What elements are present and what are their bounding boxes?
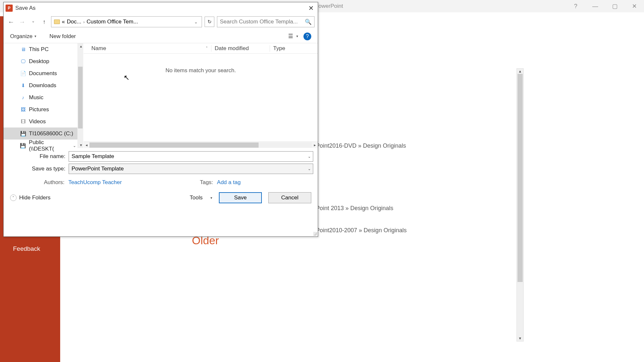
- dialog-titlebar[interactable]: P Save As ✕: [4, 2, 318, 14]
- resize-grip[interactable]: [313, 232, 317, 236]
- tags-value[interactable]: Add a tag: [217, 179, 241, 186]
- chevron-up-icon: ˄: [10, 194, 17, 201]
- tree-scroll-up-icon[interactable]: ▴: [80, 44, 82, 48]
- new-folder-button[interactable]: New folder: [49, 33, 76, 40]
- minimize-icon[interactable]: —: [585, 0, 605, 12]
- tree-documents[interactable]: 📄Documents: [4, 67, 83, 79]
- tree-desktop[interactable]: 🖵Desktop: [4, 55, 83, 67]
- hscroll-left-icon[interactable]: ◂: [84, 143, 89, 147]
- authors-value[interactable]: TeachUcomp Teacher: [68, 179, 122, 186]
- close-dialog-button[interactable]: ✕: [304, 3, 318, 13]
- tree-scroll-down-icon[interactable]: ▾: [80, 143, 82, 147]
- sidebar-item-feedback[interactable]: Feedback: [0, 241, 60, 257]
- tree-scroll-thumb[interactable]: [78, 67, 83, 128]
- folder-tree: ▴ ▾ 🖥This PC 🖵Desktop 📄Documents ⬇Downlo…: [4, 43, 84, 148]
- file-browser: ▴ ▾ 🖥This PC 🖵Desktop 📄Documents ⬇Downlo…: [4, 43, 318, 148]
- save-button[interactable]: Save: [219, 192, 262, 203]
- tree-videos[interactable]: 🎞Videos: [4, 115, 83, 127]
- breadcrumb-doc[interactable]: Doc...: [67, 19, 81, 25]
- maximize-icon[interactable]: ▢: [605, 0, 624, 12]
- file-list-area: Name˄ Date modified Type No items match …: [84, 43, 318, 148]
- hide-folders-button[interactable]: ˄ Hide Folders: [10, 194, 50, 201]
- recent-locations-dropdown[interactable]: ▾: [29, 18, 37, 26]
- documents-icon: 📄: [20, 71, 26, 76]
- music-icon: ♪: [20, 95, 26, 100]
- pc-icon: 🖥: [20, 47, 26, 52]
- column-date-modified[interactable]: Date modified: [211, 45, 270, 52]
- up-button[interactable]: ↑: [40, 18, 48, 26]
- horizontal-scrollbar[interactable]: ◂ ▸: [84, 141, 318, 148]
- view-options-button[interactable]: ☰: [288, 33, 298, 40]
- filename-label: File name:: [8, 153, 69, 160]
- videos-icon: 🎞: [20, 119, 26, 124]
- organize-button[interactable]: Organize: [10, 33, 36, 40]
- scroll-down-icon[interactable]: ▼: [517, 336, 523, 341]
- search-box[interactable]: 🔍: [217, 16, 315, 27]
- saveastype-dropdown-icon[interactable]: ⌄: [308, 167, 311, 171]
- recent-path-2[interactable]: rPoint 2013 » Design Originals: [314, 205, 393, 212]
- saveastype-select[interactable]: PowerPoint Template⌄: [69, 164, 313, 174]
- close-window-icon[interactable]: ✕: [624, 0, 644, 12]
- chevron-right-icon[interactable]: ›: [83, 20, 85, 24]
- column-type[interactable]: Type: [270, 45, 318, 52]
- save-as-dialog: P Save As ✕ ← → ▾ ↑ « Doc... › Custom Of…: [3, 2, 318, 237]
- filename-dropdown-icon[interactable]: ⌄: [308, 154, 311, 159]
- authors-label: Authors:: [44, 179, 64, 186]
- forward-button[interactable]: →: [18, 18, 26, 26]
- refresh-button[interactable]: ↻: [205, 17, 214, 27]
- navigation-row: ← → ▾ ↑ « Doc... › Custom Office Tem... …: [4, 14, 318, 30]
- address-dropdown-icon[interactable]: ⌄: [193, 20, 199, 24]
- dialog-footer: ˄ Hide Folders Tools Save Cancel: [4, 186, 318, 210]
- tree-scrollbar[interactable]: ▴ ▾: [77, 43, 83, 148]
- filename-input[interactable]: Sample Template⌄: [69, 151, 313, 162]
- tags-label: Tags:: [200, 179, 213, 186]
- help-button[interactable]: ?: [303, 33, 311, 40]
- scroll-thumb[interactable]: [517, 74, 523, 282]
- tree-drive-c[interactable]: 💾TI10658600C (C:): [4, 127, 83, 140]
- tree-pictures[interactable]: 🖼Pictures: [4, 103, 83, 115]
- search-icon[interactable]: 🔍: [305, 19, 312, 25]
- expand-icon[interactable]: ⌄: [73, 143, 76, 148]
- hscroll-right-icon[interactable]: ▸: [312, 143, 318, 147]
- column-headers: Name˄ Date modified Type: [84, 43, 318, 54]
- powerpoint-icon: P: [6, 5, 13, 12]
- breadcrumb-prefix: «: [62, 19, 65, 25]
- recent-path-1[interactable]: rPoint2016-DVD » Design Originals: [314, 142, 406, 149]
- network-drive-icon: 💾: [20, 143, 26, 149]
- scroll-up-icon[interactable]: ▲: [517, 69, 523, 74]
- cancel-button[interactable]: Cancel: [268, 192, 311, 203]
- tree-this-pc[interactable]: 🖥This PC: [4, 43, 83, 55]
- tools-button[interactable]: Tools: [190, 194, 212, 201]
- breadcrumb-custom-office[interactable]: Custom Office Tem...: [87, 19, 138, 25]
- sort-indicator-icon: ˄: [206, 46, 208, 50]
- dialog-title: Save As: [15, 5, 304, 11]
- search-input[interactable]: [220, 19, 305, 25]
- column-name[interactable]: Name˄: [84, 45, 211, 52]
- hscroll-track[interactable]: [89, 142, 312, 148]
- empty-message: No items match your search.: [84, 54, 318, 74]
- hscroll-thumb[interactable]: [89, 142, 259, 148]
- toolbar: Organize New folder ☰ ?: [4, 30, 318, 43]
- back-button[interactable]: ←: [7, 18, 15, 26]
- vertical-scrollbar[interactable]: ▲ ▼: [517, 68, 524, 342]
- tree-music[interactable]: ♪Music: [4, 91, 83, 103]
- save-form: File name: Sample Template⌄ Save as type…: [4, 148, 318, 186]
- pictures-icon: 🖼: [20, 107, 26, 112]
- desktop-icon: 🖵: [20, 59, 26, 64]
- recent-path-3[interactable]: rPoint2010-2007 » Design Originals: [314, 227, 407, 234]
- folder-icon: [54, 20, 60, 24]
- help-icon[interactable]: ?: [566, 0, 585, 12]
- address-bar[interactable]: « Doc... › Custom Office Tem... ⌄: [51, 16, 202, 27]
- tree-public-network[interactable]: 💾Public (\\DESKT(⌄: [4, 140, 83, 152]
- saveastype-label: Save as type:: [8, 166, 69, 172]
- downloads-icon: ⬇: [20, 83, 26, 88]
- drive-icon: 💾: [20, 131, 26, 137]
- view-icon: ☰: [288, 33, 293, 40]
- tree-downloads[interactable]: ⬇Downloads: [4, 79, 83, 91]
